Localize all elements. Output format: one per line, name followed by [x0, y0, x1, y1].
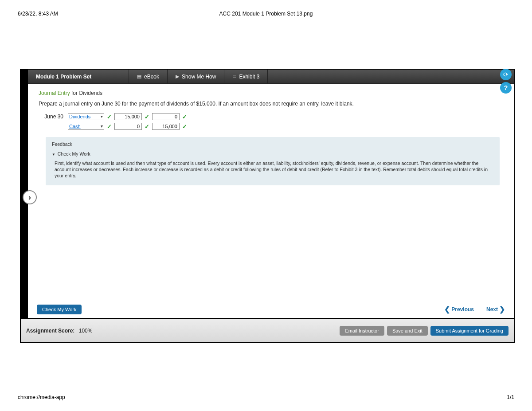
entry-date: June 30: [43, 114, 65, 120]
status-bar: Assignment Score: 100% Email Instructor …: [21, 319, 514, 342]
nav-links: ❮ Previous Next ❯: [444, 306, 505, 313]
tab-ebook-label: eBook: [144, 74, 159, 80]
tab-exhibit[interactable]: ≣ Exhibit 3: [224, 70, 268, 83]
journal-entry-table: June 30 Dividends ▾ ✓ 15,000 ✓ 0 ✓ Cash: [43, 113, 503, 130]
tab-title-label: Module 1 Problem Set: [36, 74, 91, 80]
list-icon: ≣: [232, 74, 236, 79]
check-icon: ✓: [145, 114, 149, 120]
triangle-down-icon: ▼: [52, 153, 55, 157]
feedback-body: First, identify what account is used and…: [52, 160, 493, 179]
check-icon: ✓: [145, 123, 149, 130]
right-rail: ⟳ ?: [500, 69, 513, 94]
feedback-box: Feedback ▼ Check My Work First, identify…: [46, 137, 500, 185]
tab-title: Module 1 Problem Set: [28, 70, 129, 83]
section-title: Journal Entry for Dividends: [39, 90, 503, 96]
journal-row-2: Cash ▾ ✓ 0 ✓ 15,000 ✓: [43, 123, 503, 130]
tab-show-me-how[interactable]: ▶ Show Me How: [168, 70, 224, 83]
previous-link[interactable]: ❮ Previous: [444, 306, 474, 313]
app-frame: Module 1 Problem Set ▤ eBook ▶ Show Me H…: [20, 69, 515, 343]
top-toolbar: Module 1 Problem Set ▤ eBook ▶ Show Me H…: [28, 70, 514, 84]
chevron-left-icon: ❮: [444, 306, 450, 313]
print-page-number: 1/1: [507, 394, 514, 400]
feedback-toggle-label: Check My Work: [58, 151, 90, 157]
check-my-work-button[interactable]: Check My Work: [37, 305, 82, 314]
tab-show-me-how-label: Show Me How: [182, 74, 216, 80]
nav-strip: Check My Work ❮ Previous Next ❯: [28, 301, 514, 319]
refresh-button[interactable]: ⟳: [500, 69, 512, 80]
caret-down-icon: ▾: [101, 114, 103, 119]
next-link[interactable]: Next ❯: [486, 306, 505, 313]
tab-exhibit-label: Exhibit 3: [239, 74, 259, 80]
help-icon: ?: [504, 84, 508, 91]
caret-down-icon: ▾: [101, 124, 103, 129]
section-title-rest: for Dividends: [70, 90, 102, 96]
journal-row-1: June 30 Dividends ▾ ✓ 15,000 ✓ 0 ✓: [43, 113, 503, 120]
video-icon: ▶: [176, 74, 179, 79]
credit-input-2[interactable]: 15,000: [152, 123, 180, 130]
instruction-text: Prepare a journal entry on June 30 for t…: [39, 101, 503, 107]
account-select-2-value: Cash: [69, 124, 81, 129]
tab-ebook[interactable]: ▤ eBook: [129, 70, 168, 83]
book-icon: ▤: [137, 74, 141, 79]
credit-input-1[interactable]: 0: [152, 113, 180, 120]
feedback-heading: Feedback: [52, 141, 493, 147]
score-label-text: Assignment Score:: [26, 328, 74, 334]
score-value: 100%: [79, 328, 93, 334]
status-buttons: Email Instructor Save and Exit Submit As…: [340, 326, 509, 336]
email-instructor-button[interactable]: Email Instructor: [340, 326, 384, 336]
save-and-exit-button[interactable]: Save and Exit: [387, 326, 428, 336]
account-select-2[interactable]: Cash ▾: [68, 123, 104, 130]
help-button[interactable]: ?: [500, 82, 512, 94]
chevron-right-icon: ❯: [499, 306, 505, 313]
check-icon: ✓: [182, 114, 187, 120]
account-select-1-value: Dividends: [69, 114, 90, 119]
debit-input-2[interactable]: 0: [114, 123, 142, 130]
assignment-score: Assignment Score: 100%: [26, 328, 92, 334]
check-icon: ✓: [107, 123, 112, 130]
chevron-right-icon: ›: [28, 193, 31, 202]
section-title-green: Journal Entry: [39, 90, 70, 96]
submit-assignment-button[interactable]: Submit Assignment for Grading: [430, 326, 509, 336]
account-select-1[interactable]: Dividends ▾: [68, 113, 104, 120]
print-filename: ACC 201 Module 1 Problem Set 13.png: [219, 11, 313, 17]
print-url: chrome://media-app: [18, 394, 65, 400]
print-timestamp: 6/23/22, 8:43 AM: [18, 11, 58, 17]
next-label: Next: [486, 306, 498, 313]
check-icon: ✓: [107, 114, 112, 120]
feedback-toggle[interactable]: ▼ Check My Work: [52, 151, 493, 157]
expand-sidebar-button[interactable]: ›: [23, 190, 37, 204]
debit-input-1[interactable]: 15,000: [114, 113, 142, 120]
previous-label: Previous: [451, 306, 474, 313]
refresh-icon: ⟳: [503, 71, 509, 78]
check-icon: ✓: [182, 123, 187, 130]
